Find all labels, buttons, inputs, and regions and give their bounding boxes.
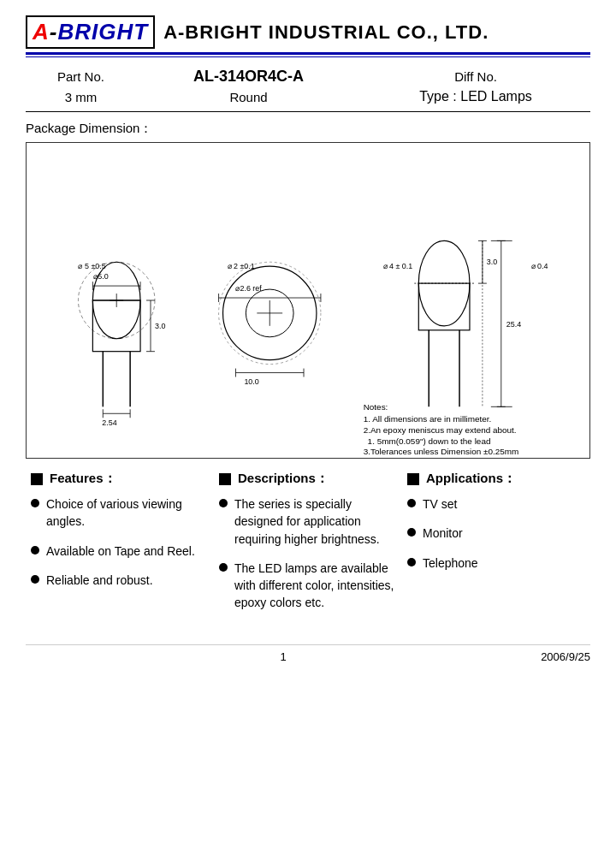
bullet-icon xyxy=(31,546,39,555)
feature-text-2: Available on Tape and Reel. xyxy=(46,543,195,560)
applications-header: Applications： xyxy=(407,471,585,487)
footer-date: 2006/9/25 xyxy=(541,650,590,663)
diff-no-label: Diff No. xyxy=(361,66,590,87)
svg-rect-2 xyxy=(92,300,140,352)
part-info-table: Part No. AL-314OR4C-A Diff No. 3 mm Roun… xyxy=(26,66,590,106)
svg-text:25.4: 25.4 xyxy=(506,320,521,329)
description-item-1: The series is specially designed for app… xyxy=(219,495,397,548)
type-label: Type : LED Lamps xyxy=(361,87,590,106)
svg-text:⌀ 5 ±0.5: ⌀ 5 ±0.5 xyxy=(78,262,105,270)
description-text-1: The series is specially designed for app… xyxy=(234,495,397,548)
svg-rect-34 xyxy=(418,283,470,330)
svg-text:1. All dimensions are in milli: 1. All dimensions are in millimeter. xyxy=(364,414,492,424)
feature-item-2: Available on Tape and Reel. xyxy=(31,543,209,560)
svg-text:⌀5.0: ⌀5.0 xyxy=(93,272,108,281)
application-item-2: Monitor xyxy=(407,525,585,542)
description-text-2: The LED lamps are available with differe… xyxy=(234,560,397,612)
bottom-section: Features： Choice of various viewing angl… xyxy=(26,471,590,624)
descriptions-title: Descriptions： xyxy=(238,471,329,487)
features-header: Features： xyxy=(31,471,209,487)
svg-text:3.0: 3.0 xyxy=(487,258,497,266)
svg-text:2.54: 2.54 xyxy=(102,418,116,427)
svg-text:⌀ 0.4: ⌀ 0.4 xyxy=(531,262,548,270)
size-label: 3 mm xyxy=(26,87,136,106)
bullet-icon xyxy=(31,575,39,584)
svg-text:⌀ 4 ± 0.1: ⌀ 4 ± 0.1 xyxy=(383,262,413,270)
svg-text:1. 5mm(0.059") down to the lea: 1. 5mm(0.059") down to the lead xyxy=(368,436,491,446)
svg-text:2.An epoxy meniscus may extend: 2.An epoxy meniscus may extend about. xyxy=(364,425,517,435)
shape-label: Round xyxy=(136,87,361,106)
page-number: 1 xyxy=(280,650,286,663)
package-title: Package Dimension： xyxy=(26,121,590,137)
application-text-3: Telephone xyxy=(423,555,478,572)
bullet-icon xyxy=(31,499,39,507)
features-title: Features： xyxy=(50,471,116,487)
application-item-3: Telephone xyxy=(407,555,585,572)
part-no-value: AL-314OR4C-A xyxy=(136,66,361,87)
svg-text:3.Tolerances unless Dimension : 3.Tolerances unless Dimension ±0.25mm xyxy=(364,447,519,456)
bullet-icon xyxy=(219,499,228,507)
applications-bullet-icon xyxy=(407,473,419,485)
svg-text:3.0: 3.0 xyxy=(155,322,165,330)
divider xyxy=(26,111,590,112)
feature-item-3: Reliable and robust. xyxy=(31,572,209,589)
svg-text:⌀2.6 ref: ⌀2.6 ref xyxy=(235,284,262,293)
logo-a: A xyxy=(33,19,50,44)
bullet-icon xyxy=(407,499,416,507)
header-line xyxy=(26,52,590,57)
applications-title: Applications： xyxy=(426,471,516,487)
descriptions-header: Descriptions： xyxy=(219,471,397,487)
applications-column: Applications： TV set Monitor Telephone xyxy=(402,471,590,624)
description-item-2: The LED lamps are available with differe… xyxy=(219,560,397,612)
bullet-icon xyxy=(407,558,416,566)
logo-hyphen: - xyxy=(50,19,58,44)
application-item-1: TV set xyxy=(407,495,585,513)
footer: 1 2006/9/25 xyxy=(26,644,590,663)
features-bullet-icon xyxy=(31,473,43,485)
feature-text-1: Choice of various viewing angles. xyxy=(46,495,209,531)
company-name: A-BRIGHT INDUSTRIAL CO., LTD. xyxy=(163,21,489,44)
bullet-icon xyxy=(407,528,416,537)
logo: A-BRIGHT xyxy=(26,15,155,49)
package-svg: ⌀5.0 2.54 3.0 ⌀2.6 ref 10.0 xyxy=(27,143,589,458)
features-column: Features： Choice of various viewing angl… xyxy=(26,471,214,624)
application-text-1: TV set xyxy=(423,495,457,513)
part-no-label: Part No. xyxy=(26,66,136,87)
svg-text:⌀ 2 ±0.1: ⌀ 2 ±0.1 xyxy=(228,262,255,270)
package-diagram: ⌀5.0 2.54 3.0 ⌀2.6 ref 10.0 xyxy=(26,142,590,459)
feature-item-1: Choice of various viewing angles. xyxy=(31,495,209,531)
svg-text:Notes:: Notes: xyxy=(364,402,388,412)
descriptions-column: Descriptions： The series is specially de… xyxy=(214,471,402,624)
feature-text-3: Reliable and robust. xyxy=(46,572,153,589)
logo-bright: BRIGHT xyxy=(57,19,148,44)
bullet-icon xyxy=(219,563,228,572)
descriptions-bullet-icon xyxy=(219,473,231,485)
header: A-BRIGHT A-BRIGHT INDUSTRIAL CO., LTD. xyxy=(26,15,590,49)
application-text-2: Monitor xyxy=(423,525,463,542)
svg-text:10.0: 10.0 xyxy=(244,377,258,386)
